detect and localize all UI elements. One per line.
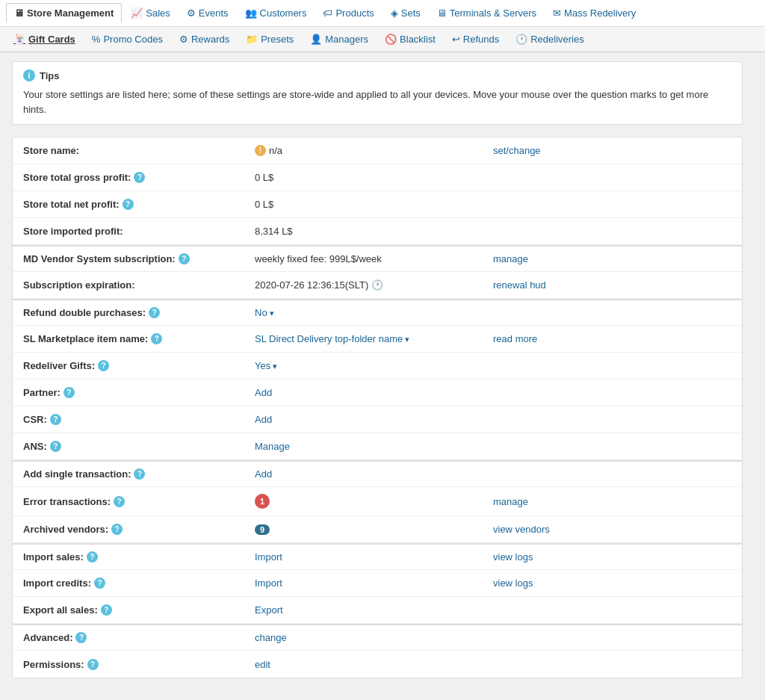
nav-terminals-servers[interactable]: 🖥 Terminals & Servers — [430, 4, 544, 22]
permissions-label: Permissions: ? — [23, 659, 255, 670]
ans-row: ANS: ? Manage — [13, 433, 742, 460]
import-credits-help-icon[interactable]: ? — [94, 577, 105, 589]
blacklist-icon: 🚫 — [385, 34, 397, 45]
store-name-label: Store name: — [23, 145, 255, 156]
export-sales-help-icon[interactable]: ? — [101, 604, 112, 616]
nav-mass-redelivery[interactable]: ✉ Mass Redelivery — [545, 4, 643, 22]
csr-add-link[interactable]: Add — [255, 414, 272, 425]
subscription-manage-link[interactable]: manage — [493, 253, 528, 264]
archived-vendors-label: Archived vendors: ? — [23, 524, 255, 535]
sl-marketplace-action[interactable]: read more — [493, 333, 731, 344]
csr-value[interactable]: Add — [255, 414, 493, 425]
ans-help-icon[interactable]: ? — [50, 441, 61, 452]
csr-help-icon[interactable]: ? — [50, 414, 61, 425]
import-sales-link[interactable]: Import — [255, 551, 282, 563]
permissions-edit-link[interactable]: edit — [255, 659, 270, 670]
sl-marketplace-read-more-link[interactable]: read more — [493, 333, 537, 344]
tips-box: i Tips Your store settings are listed he… — [12, 61, 743, 125]
net-profit-help-icon[interactable]: ? — [123, 199, 134, 210]
refund-double-help-icon[interactable]: ? — [149, 307, 160, 318]
error-transactions-value: 1 — [255, 494, 493, 509]
partner-add-link[interactable]: Add — [255, 387, 272, 398]
archived-vendors-help-icon[interactable]: ? — [111, 524, 123, 535]
nav-redeliveries[interactable]: 🕐 Redeliveries — [508, 30, 592, 49]
add-transaction-label: Add single transaction: ? — [23, 468, 255, 480]
error-transactions-action[interactable]: manage — [493, 496, 731, 507]
subscription-help-icon[interactable]: ? — [179, 253, 190, 264]
archived-vendors-value: 9 — [255, 524, 493, 535]
store-name-value: ! n/a — [255, 145, 493, 156]
nav-sales[interactable]: 📈 Sales — [123, 4, 178, 22]
import-sales-logs-link[interactable]: view logs — [493, 551, 533, 563]
nav-store-management[interactable]: 🖥 Store Management — [6, 3, 122, 23]
sl-marketplace-value[interactable]: SL Direct Delivery top-folder name — [255, 333, 493, 344]
add-transaction-link[interactable]: Add — [255, 468, 272, 480]
export-sales-value[interactable]: Export — [255, 604, 493, 616]
nav-presets[interactable]: 📁 Presets — [238, 30, 301, 49]
import-sales-row: Import sales: ? Import view logs — [13, 543, 742, 570]
import-credits-action[interactable]: view logs — [493, 577, 731, 589]
redeliver-gifts-dropdown[interactable]: Yes — [255, 360, 277, 371]
store-name-action[interactable]: set/change — [493, 145, 731, 156]
ans-value[interactable]: Manage — [255, 441, 493, 452]
refund-double-dropdown[interactable]: No — [255, 307, 274, 318]
sl-marketplace-dropdown[interactable]: SL Direct Delivery top-folder name — [255, 333, 409, 344]
sales-icon: 📈 — [131, 7, 143, 19]
error-transactions-help-icon[interactable]: ? — [114, 496, 125, 507]
import-sales-label: Import sales: ? — [23, 551, 255, 563]
partner-help-icon[interactable]: ? — [64, 387, 75, 398]
expiration-clock-icon: 🕐 — [371, 279, 383, 291]
net-profit-row: Store total net profit: ? 0 L$ — [13, 191, 742, 218]
tips-info-icon: i — [23, 69, 35, 81]
imported-profit-label: Store imported profit: — [23, 226, 255, 237]
archived-vendors-action[interactable]: view vendors — [493, 524, 731, 535]
refunds-icon: ↩ — [452, 34, 460, 45]
sl-marketplace-help-icon[interactable]: ? — [151, 333, 162, 344]
renewal-hud-link[interactable]: renewal hud — [493, 279, 546, 291]
terminals-icon: 🖥 — [437, 7, 447, 19]
nav-promo-codes[interactable]: % Promo Codes — [84, 30, 170, 49]
add-transaction-row: Add single transaction: ? Add — [13, 460, 742, 487]
nav-managers[interactable]: 👤 Managers — [303, 30, 376, 49]
export-sales-link[interactable]: Export — [255, 604, 283, 616]
permissions-value[interactable]: edit — [255, 659, 493, 670]
store-name-set-change-link[interactable]: set/change — [493, 145, 541, 156]
nav-customers[interactable]: 👥 Customers — [238, 4, 315, 22]
import-sales-action[interactable]: view logs — [493, 551, 731, 563]
error-transactions-manage-link[interactable]: manage — [493, 496, 528, 507]
nav-products[interactable]: 🏷 Products — [315, 4, 381, 22]
advanced-change-link[interactable]: change — [255, 632, 287, 643]
advanced-help-icon[interactable]: ? — [75, 632, 87, 643]
expiration-action[interactable]: renewal hud — [493, 279, 731, 291]
refund-double-value[interactable]: No — [255, 307, 493, 318]
store-name-row: Store name: ! n/a set/change — [13, 137, 742, 164]
redeliver-gifts-label: Redeliver Gifts: ? — [23, 360, 255, 371]
gross-profit-help-icon[interactable]: ? — [134, 172, 145, 183]
redeliver-gifts-value[interactable]: Yes — [255, 360, 493, 371]
ans-label: ANS: ? — [23, 441, 255, 452]
nav-rewards[interactable]: ⚙ Rewards — [172, 30, 237, 49]
nav-refunds[interactable]: ↩ Refunds — [445, 30, 507, 49]
view-vendors-link[interactable]: view vendors — [493, 524, 550, 535]
import-credits-logs-link[interactable]: view logs — [493, 577, 533, 589]
ans-manage-link[interactable]: Manage — [255, 441, 290, 452]
nav-events[interactable]: ⚙ Events — [179, 4, 236, 22]
add-transaction-value[interactable]: Add — [255, 468, 493, 480]
import-sales-help-icon[interactable]: ? — [87, 551, 98, 563]
partner-value[interactable]: Add — [255, 387, 493, 398]
import-credits-value[interactable]: Import — [255, 577, 493, 589]
nav-sets[interactable]: ◈ Sets — [383, 4, 428, 22]
import-sales-value[interactable]: Import — [255, 551, 493, 563]
main-content: i Tips Your store settings are listed he… — [0, 52, 755, 687]
advanced-value[interactable]: change — [255, 632, 493, 643]
net-profit-value: 0 L$ — [255, 199, 493, 210]
import-credits-link[interactable]: Import — [255, 577, 282, 589]
nav-blacklist[interactable]: 🚫 Blacklist — [377, 30, 443, 49]
refund-double-label: Refund double purchases: ? — [23, 307, 255, 318]
advanced-row: Advanced: ? change — [13, 624, 742, 651]
add-transaction-help-icon[interactable]: ? — [134, 468, 145, 480]
redeliver-gifts-help-icon[interactable]: ? — [98, 360, 109, 371]
subscription-action[interactable]: manage — [493, 253, 731, 264]
permissions-help-icon[interactable]: ? — [87, 659, 99, 670]
nav-gift-cards[interactable]: 🃏 Gift Cards — [6, 30, 83, 49]
